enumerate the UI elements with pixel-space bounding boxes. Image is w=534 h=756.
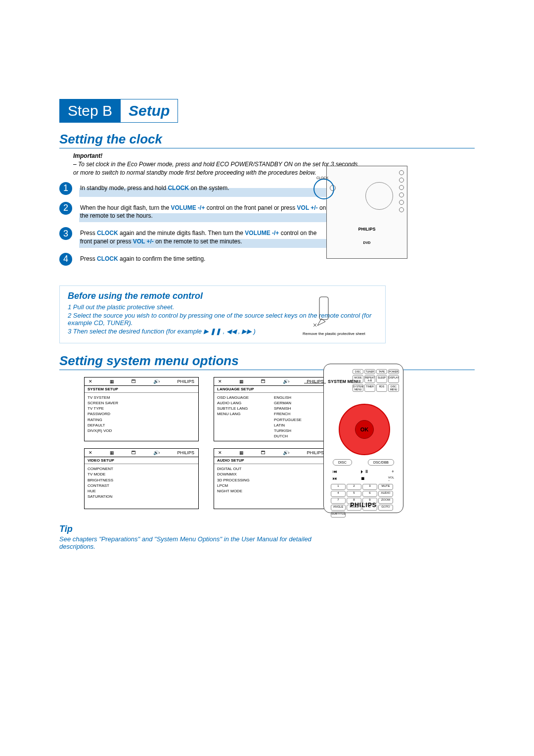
setup-label: Setup [121,99,178,123]
step-number-1: 1 [59,182,72,195]
menu-item: PASSWORD [88,411,138,417]
device-dvd: DVD [327,241,407,244]
device-buttons [399,170,404,212]
s3-post: on the remote to set the minutes. [154,238,242,245]
menu-item: 3D PROCESSING [217,477,268,483]
disc-button: DISC [333,459,352,466]
menu-header-icon: 🔊› [283,450,290,455]
remote-top-btn: DISC MENU [388,384,399,392]
s1-pre: In standby mode, press and hold [80,185,168,191]
menu-box: ✕▦🗔🔊›PHILIPSVIDEO SETUPCOMPONENTTV MODEB… [84,448,199,509]
ok-button: OK [355,420,374,439]
menu-header-icon: PHILIPS [177,379,194,384]
menu-item: BRIGHTNESS [88,477,138,483]
numpad: 123MUTE456AUDIO789ZOOMANGLEPROG0GOTOSUBT… [331,484,393,518]
remote-top-btn: TUNER [364,369,375,374]
menu-item: NIGHT MODE [217,488,268,494]
menu-item: DEFAULT [88,423,138,428]
plus-icon: + [392,469,394,474]
remote-top-btn: SLEEP [376,375,387,383]
remote-top-btn: TIMER [364,384,375,392]
numpad-btn: 3 [362,484,377,490]
step-4: 4 Press CLOCK again to confirm the time … [59,253,475,266]
remote-brand: PHILIPS [324,502,403,509]
play-icon: ⏵⏸ [360,469,369,474]
s4-pre: Press [80,255,97,262]
important-line-1: – To set clock in the Eco Power mode, pr… [73,160,475,169]
s4-kw: CLOCK [97,255,118,262]
s3-kw3: VOL +/- [133,238,154,245]
device-brand: PHILIPS [327,227,407,232]
rule [59,148,475,148]
device-front-panel: PHILIPS DVD [326,166,407,259]
menu-item: TV SYSTEM [88,395,138,400]
menu-title: LANGUAGE SETUP [214,386,328,393]
menu-item: SCREEN SAVER [88,400,138,406]
menu-title: AUDIO SETUP [214,457,328,464]
setting-clock-title: Setting the clock [59,132,475,147]
menu-item: TURKISH [274,428,325,433]
menu-item: MENU LANG [217,411,268,417]
important-line-2: or more to switch to normal standby mode… [73,169,475,177]
remote-top-buttons: DISCTUNERTAPEPOWERMODEREPEAT A-BSLEEPDIS… [353,369,399,392]
remote-top-btn: MODE [353,375,363,383]
menu-header-icon: 🔊› [153,450,160,455]
menu-header-icon: PHILIPS [307,450,324,455]
menu-item: DUTCH [274,433,325,439]
remote-top-btn: DISC [353,369,363,374]
step-number-2: 2 [59,202,72,215]
sheet-caption: Remove the plastic protective sheet [303,331,387,336]
s2-pre: When the hour digit flash, turn the [80,204,171,211]
system-menu-title: Setting system menu options [59,353,475,369]
menu-header-icon: ▦ [110,450,114,455]
s2-mid: control on the front panel or press [205,204,297,211]
important-text: – To set clock in the Eco Power mode, pr… [73,160,475,177]
nav-pad-icon: OK [339,404,390,455]
rule-2 [59,370,475,370]
menu-item: RATING [88,417,138,423]
tip-body: See chapters "Preparations" and "System … [59,535,336,550]
numpad-btn: MUTE [378,484,393,490]
menu-box: ✕▦🗔🔊›PHILIPSLANGUAGE SETUPOSD LANGUAGEAU… [214,377,328,442]
menu-item: PORTUGUESE [274,417,325,423]
menu-header-icon: 🗔 [261,450,266,455]
tip-section: Tip See chapters "Preparations" and "Sys… [59,524,475,550]
prev-icon: ⏮ [333,469,337,474]
menu-item: DIGITAL OUT [217,466,268,472]
remote-top-btn: DISPLAY [388,375,399,383]
s2-kw2: VOL +/- [297,204,318,211]
step-number-3: 3 [59,227,72,240]
menu-header-icon: PHILIPS [177,450,194,455]
clock-highlight-circle-icon [313,179,334,199]
callout-line [304,383,326,383]
s3-kw2: VOLUME -/+ [245,230,279,236]
menu-item: FRENCH [274,411,325,417]
menu-item: HUE [88,488,138,494]
menu-header-icon: ▦ [110,379,114,384]
menu-item: OSD LANGUAGE [217,395,268,400]
menu-item: DIVX(R) VOD [88,428,138,433]
menu-header-icon: ✕ [218,379,222,384]
menu-item: TV MODE [88,472,138,477]
s4-post: again to confirm the time setting. [118,255,206,262]
vol-label: VOL− [388,476,394,482]
numpad-btn: AUDIO [378,491,393,497]
svg-rect-0 [319,297,328,320]
remote-control-illustration: SYSTEM MENU DISCTUNERTAPEPOWERMODEREPEAT… [323,364,403,513]
numpad-btn: 5 [347,491,361,497]
menu-header-icon: ▦ [239,379,244,384]
menu-header-icon: 🔊› [283,379,290,384]
transport-row-2: ⏭ ⏹ VOL− [333,476,394,482]
menu-box: ✕▦🗔🔊›PHILIPSAUDIO SETUPDIGITAL OUTDOWNMI… [214,448,328,509]
step-2: 2 When the hour digit flash, turn the VO… [59,202,475,221]
tip-title: Tip [59,524,475,534]
remote-top-btn: REPEAT A-B [364,375,375,383]
menu-item: SUBTITLE LANG [217,406,268,411]
menu-item: LATIN [274,423,325,428]
menu-item: SATURATION [88,494,138,499]
important-label: Important! [73,152,475,159]
menu-item: GERMAN [274,400,325,406]
menu-item: SPANISH [274,406,325,411]
s1-kw: CLOCK [168,185,189,191]
s1-post: on the system. [189,185,229,191]
